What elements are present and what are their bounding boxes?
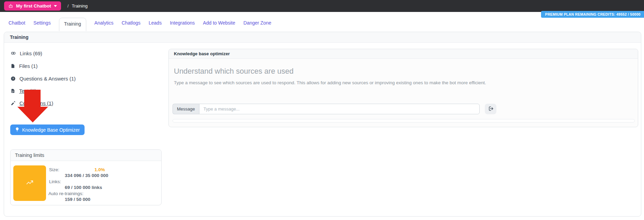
breadcrumb-separator: / — [68, 3, 69, 9]
credits-badge: PREMIUM PLAN REMAINING CREDITS: 49552 / … — [541, 11, 644, 18]
send-message-button[interactable] — [485, 104, 496, 114]
sidebar-item-corrections[interactable]: Corrections (1) — [11, 99, 53, 107]
links-label: Links: — [49, 179, 61, 184]
chatbot-selector-button[interactable]: My first Chatbot — [4, 1, 61, 11]
training-limits-title: Training limits — [11, 150, 161, 161]
sidebar-item-files[interactable]: Files (1) — [11, 62, 38, 70]
message-input-label: Message — [173, 104, 199, 114]
tab-integrations[interactable]: Integrations — [170, 17, 195, 29]
chatbot-selector-label: My first Chatbot — [16, 3, 51, 9]
size-value: 334 096 / 35 000 000 — [65, 173, 108, 178]
size-percent: 1.0% — [94, 167, 105, 172]
message-input-group: Message — [173, 104, 480, 114]
training-limits-tile — [13, 165, 46, 201]
red-arrow-annotation — [17, 90, 48, 124]
pencil-icon — [11, 101, 16, 106]
breadcrumb: / Training — [68, 3, 88, 9]
message-input[interactable] — [199, 104, 480, 114]
tab-danger-zone[interactable]: Danger Zone — [243, 17, 271, 29]
links-value: 69 / 100 000 links — [65, 185, 102, 190]
tab-chatlogs[interactable]: Chatlogs — [122, 17, 140, 29]
sidebar-item-label: Corrections (1) — [19, 100, 53, 106]
robot-icon — [8, 3, 13, 9]
auto-retrainings-value: 159 / 50 000 — [65, 197, 90, 202]
training-limits-card: Training limits Size: 1.0% 334 096 / 35 … — [10, 149, 162, 205]
link-icon — [11, 50, 16, 56]
tab-settings[interactable]: Settings — [33, 17, 51, 29]
training-panel-title: Training — [4, 32, 641, 43]
trend-chart-icon — [26, 178, 34, 188]
sidebar-item-label: Questions & Answers (1) — [19, 76, 76, 82]
send-icon — [488, 106, 494, 113]
training-panel: Training Links (69) Files (1) ? Question… — [4, 32, 641, 217]
sources-result-placeholder — [173, 119, 635, 122]
optimizer-description: Type a message to see which sources are … — [174, 80, 486, 85]
sidebar-item-label: Links (69) — [20, 50, 42, 56]
caret-down-icon — [54, 5, 57, 7]
tab-training[interactable]: Training — [59, 18, 86, 31]
file-icon — [11, 63, 15, 69]
auto-retrainings-label: Auto re-trainings: — [48, 191, 84, 196]
optimizer-headline: Understand which sources are used — [174, 67, 294, 76]
optimizer-panel-title: Knowledge base optimizer — [169, 49, 638, 59]
svg-text:?: ? — [12, 77, 14, 80]
question-icon: ? — [11, 76, 16, 81]
tab-bar: Chatbot Settings Training Analytics Chat… — [0, 16, 271, 29]
text-file-icon — [11, 88, 15, 93]
sidebar-item-label: Files (1) — [19, 63, 38, 69]
tab-chatbot[interactable]: Chatbot — [9, 17, 25, 29]
sidebar-item-questions-answers[interactable]: ? Questions & Answers (1) — [11, 75, 76, 82]
sidebar-item-text[interactable]: Text (1) — [11, 87, 36, 94]
tab-leads[interactable]: Leads — [149, 17, 162, 29]
sidebar-item-label: Text (1) — [19, 88, 36, 94]
knowledge-base-optimizer-label: Knowledge Base Optimizer — [22, 127, 80, 133]
sidebar-item-links[interactable]: Links (69) — [11, 49, 42, 57]
tab-analytics[interactable]: Analytics — [94, 17, 114, 29]
tab-add-to-website[interactable]: Add to Website — [203, 17, 235, 29]
size-label: Size: — [49, 167, 59, 172]
knowledge-base-optimizer-button[interactable]: Knowledge Base Optimizer — [10, 124, 85, 135]
lightbulb-icon — [15, 127, 19, 133]
breadcrumb-current: Training — [72, 3, 87, 9]
topbar: My first Chatbot / Training — [0, 0, 644, 12]
app-viewport: My first Chatbot / Training PREMIUM PLAN… — [0, 0, 644, 220]
knowledge-base-optimizer-panel: Knowledge base optimizer Understand whic… — [168, 49, 638, 127]
